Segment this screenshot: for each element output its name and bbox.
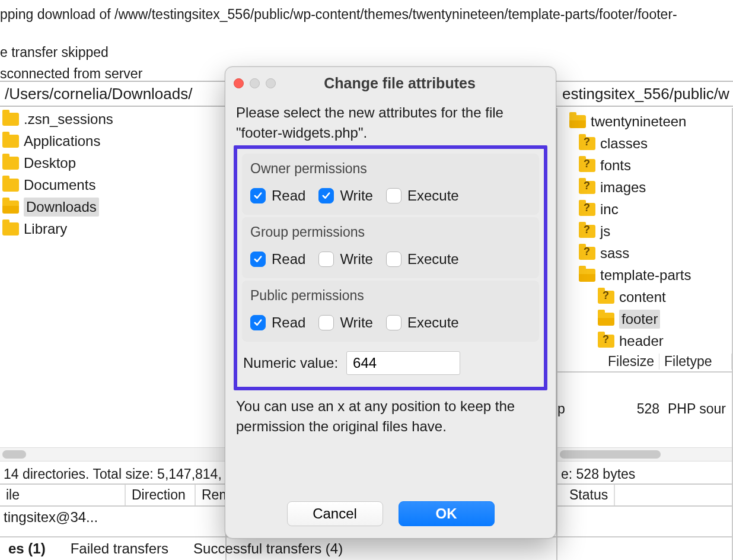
ok-button[interactable]: OK <box>399 501 495 526</box>
tree-item[interactable]: Documents <box>0 174 225 196</box>
group-title: Owner permissions <box>250 161 531 177</box>
owner-execute[interactable]: Execute <box>386 187 459 204</box>
tree-label: footer <box>619 310 660 329</box>
change-attributes-dialog: Change file attributes Please select the… <box>225 66 556 539</box>
tree-label: template-parts <box>600 267 691 284</box>
checkbox-icon[interactable] <box>250 188 266 203</box>
tree-item[interactable]: inc <box>557 198 732 220</box>
public-execute[interactable]: Execute <box>386 314 459 331</box>
tree-item[interactable]: sass <box>557 242 732 264</box>
tree-item[interactable]: classes <box>557 132 732 154</box>
tab-failed[interactable]: Failed transfers <box>65 538 174 559</box>
group-title: Public permissions <box>250 288 531 304</box>
checkbox-icon[interactable] <box>386 315 401 330</box>
tree-label: header <box>619 333 664 349</box>
tree-label: twentynineteen <box>591 113 686 130</box>
tree-item[interactable]: Applications <box>0 130 225 152</box>
group-title: Group permissions <box>250 224 531 240</box>
folder-unknown-icon <box>579 159 595 172</box>
numeric-value-input[interactable] <box>346 351 460 375</box>
dialog-titlebar[interactable]: Change file attributes <box>225 67 556 99</box>
owner-write[interactable]: Write <box>318 187 373 204</box>
tree-item[interactable]: template-parts <box>557 264 732 286</box>
tree-item[interactable]: fonts <box>557 154 732 176</box>
col-file[interactable]: ile <box>0 485 126 505</box>
col-filetype[interactable]: Filetype <box>659 354 732 370</box>
folder-icon <box>2 113 19 126</box>
folder-icon <box>2 157 19 170</box>
folder-icon <box>598 313 614 326</box>
log-line: pping download of /www/testingsitex_556/… <box>0 4 733 25</box>
cell-size: 528 <box>571 401 659 417</box>
folder-unknown-icon <box>598 335 614 348</box>
col-filesize[interactable]: Filesize <box>593 354 659 370</box>
col-direction[interactable]: Direction <box>126 485 196 505</box>
checkbox-icon[interactable] <box>386 252 401 267</box>
checkbox-icon[interactable] <box>250 315 266 330</box>
tree-label: Applications <box>24 133 100 149</box>
perm-label: Read <box>272 187 305 204</box>
folder-unknown-icon <box>579 247 595 260</box>
tree-item[interactable]: header <box>557 330 732 352</box>
checkbox-icon[interactable] <box>318 188 334 203</box>
perm-label: Write <box>340 251 373 268</box>
dialog-message: Please select the new attributes for the… <box>225 99 556 145</box>
owner-permissions: Owner permissions Read Write Execute <box>242 154 539 215</box>
perm-label: Read <box>272 314 305 331</box>
bottom-tabs: es (1) Failed transfers Successful trans… <box>0 536 733 560</box>
folder-icon <box>2 201 19 214</box>
col-status[interactable]: Status <box>563 485 615 505</box>
tree-label: classes <box>600 135 648 152</box>
public-write[interactable]: Write <box>318 314 373 331</box>
remote-list-header[interactable]: Filesize Filetype <box>557 351 732 373</box>
cell-type: PHP sour <box>659 401 726 417</box>
checkbox-icon[interactable] <box>318 315 334 330</box>
folder-unknown-icon <box>598 291 614 304</box>
minimize-icon <box>250 78 260 88</box>
tree-label: .zsn_sessions <box>24 111 113 128</box>
remote-path[interactable]: estingsitex_556/public/w <box>555 85 733 103</box>
numeric-label: Numeric value: <box>243 355 338 371</box>
tree-item[interactable]: images <box>557 176 732 198</box>
tree-label: images <box>600 179 646 196</box>
checkbox-icon[interactable] <box>386 188 401 203</box>
tree-item[interactable]: Downloads <box>0 196 225 218</box>
tree-item[interactable]: content <box>557 286 732 308</box>
tree-label: content <box>619 289 666 306</box>
group-permissions: Group permissions Read Write Execute <box>242 217 539 278</box>
tree-item[interactable]: twentynineteen <box>557 110 732 132</box>
tab-successful[interactable]: Successful transfers (4) <box>187 538 349 559</box>
permissions-block: Owner permissions Read Write Execute Gro… <box>234 145 547 390</box>
close-icon[interactable] <box>234 78 244 88</box>
dialog-title: Change file attributes <box>282 75 518 92</box>
tree-item[interactable]: Library <box>0 218 225 240</box>
group-read[interactable]: Read <box>250 251 305 268</box>
tree-label: sass <box>600 245 629 262</box>
public-read[interactable]: Read <box>250 314 305 331</box>
checkbox-icon[interactable] <box>318 252 334 267</box>
tree-label: Desktop <box>24 155 76 171</box>
perm-label: Execute <box>407 187 459 204</box>
group-execute[interactable]: Execute <box>386 251 459 268</box>
checkbox-icon[interactable] <box>250 252 266 267</box>
tree-item[interactable]: Desktop <box>0 152 225 174</box>
table-row[interactable]: p 528 PHP sour <box>557 397 732 421</box>
tree-label: Documents <box>24 177 95 193</box>
tree-item[interactable]: js <box>557 220 732 242</box>
folder-unknown-icon <box>579 137 595 150</box>
perm-label: Write <box>340 187 373 204</box>
folder-unknown-icon <box>579 181 595 194</box>
tree-item[interactable]: footer <box>557 308 732 330</box>
group-write[interactable]: Write <box>318 251 373 268</box>
log-line: e transfer skipped <box>0 42 733 63</box>
folder-icon <box>579 269 595 282</box>
tree-item[interactable]: .zsn_sessions <box>0 108 225 130</box>
zoom-icon <box>266 78 276 88</box>
tree-label: inc <box>600 201 619 218</box>
cancel-button[interactable]: Cancel <box>287 501 383 526</box>
folder-unknown-icon <box>579 225 595 238</box>
perm-label: Write <box>340 314 373 331</box>
perm-label: Execute <box>407 314 459 331</box>
owner-read[interactable]: Read <box>250 187 305 204</box>
tab-queued[interactable]: es (1) <box>2 538 52 559</box>
